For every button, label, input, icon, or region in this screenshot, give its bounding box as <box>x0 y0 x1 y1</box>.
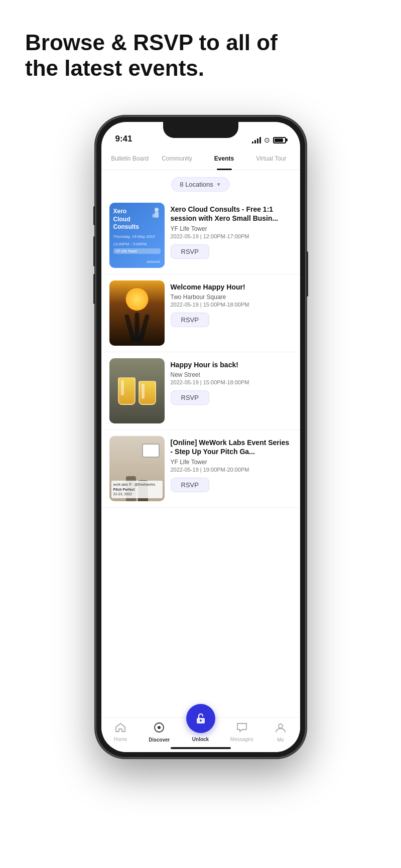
xero-thumb-date: Thursday, 19 May 2022 <box>113 234 161 239</box>
page-header: Browse & RSVP to all of the latest event… <box>0 0 401 101</box>
sun-decoration <box>125 288 148 311</box>
event-thumb-xero: Xero Cloud Consults Thursday, 19 May 202… <box>109 203 165 268</box>
bottle-right-icon <box>138 314 150 342</box>
me-icon <box>275 722 286 736</box>
home-tab-label: Home <box>114 737 127 742</box>
beer-glasses-icon <box>118 377 156 405</box>
event-thumb-wework: work.labs ® · @freshworks Pitch Perfect … <box>109 436 165 501</box>
event-title-happy-hour-back: Happy Hour is back! <box>171 360 292 369</box>
svg-point-5 <box>279 724 283 728</box>
xero-thumb-brand: wework <box>147 259 160 264</box>
xero-thumb-time: 12:00PM - 5:00PM <box>113 242 161 246</box>
svg-rect-2 <box>153 214 155 218</box>
discover-icon <box>154 722 165 736</box>
tab-events[interactable]: Events <box>201 147 248 170</box>
event-location-happy-hour: Two Harbour Square <box>171 294 292 301</box>
wework-overlay-line1: work.labs ® · @freshworks <box>113 482 161 487</box>
status-time: 9:41 <box>115 134 132 144</box>
tab-bulletin-board[interactable]: Bulletin Board <box>106 147 154 170</box>
volume-up-button <box>93 236 95 266</box>
svg-point-7 <box>200 719 202 721</box>
event-thumb-beer <box>109 280 165 346</box>
xero-thumb-location: YF Life Tower <box>113 248 161 254</box>
event-info-happy-hour-back: Happy Hour is back! New Street 2022-05-1… <box>171 358 292 423</box>
event-card-xero: Xero Cloud Consults Thursday, 19 May 202… <box>101 197 300 274</box>
home-icon <box>115 722 126 735</box>
unlock-fab-button[interactable]: Unlock <box>186 704 215 733</box>
event-title-xero: Xero Cloud Consults - Free 1:1 session w… <box>171 205 292 223</box>
volume-down-button <box>93 274 95 304</box>
unlock-icon <box>195 712 207 725</box>
location-filter-area: 8 Locations ▼ <box>101 170 300 197</box>
event-card-happy-hour-back: Happy Hour is back! New Street 2022-05-1… <box>101 352 300 430</box>
whiteboard-icon <box>142 444 160 458</box>
phone-shell: 9:41 ⊙ Bulletin Board <box>95 116 306 758</box>
discover-tab-label: Discover <box>149 737 170 743</box>
event-thumb-glass <box>109 358 165 423</box>
me-tab-label: Me <box>277 737 284 743</box>
events-list[interactable]: 8 Locations ▼ Xero Cloud Consults <box>101 170 300 717</box>
svg-point-0 <box>155 208 159 212</box>
home-indicator <box>171 747 231 749</box>
rsvp-button-wework-labs[interactable]: RSVP <box>171 478 209 492</box>
svg-point-4 <box>158 726 161 729</box>
bottom-tab-me[interactable]: Me <box>266 722 294 743</box>
rsvp-button-happy-hour[interactable]: RSVP <box>171 313 209 327</box>
event-card-wework-labs: work.labs ® · @freshworks Pitch Perfect … <box>101 430 300 508</box>
bottom-tab-home[interactable]: Home <box>107 722 135 742</box>
messages-tab-label: Messages <box>230 737 253 742</box>
event-info-xero: Xero Cloud Consults - Free 1:1 session w… <box>171 203 292 268</box>
event-datetime-happy-hour: 2022-05-19 | 15:00PM-18:00PM <box>171 302 292 308</box>
event-location-xero: YF Life Tower <box>171 225 292 232</box>
bottle-center-icon <box>135 313 139 342</box>
signal-icon <box>252 136 261 143</box>
bottom-tab-messages[interactable]: Messages <box>228 722 255 742</box>
event-info-happy-hour: Welcome Happy Hour! Two Harbour Square 2… <box>171 280 292 346</box>
event-card-happy-hour: Welcome Happy Hour! Two Harbour Square 2… <box>101 274 300 352</box>
status-icons: ⊙ <box>252 136 286 144</box>
battery-icon <box>273 137 286 143</box>
event-location-happy-hour-back: New Street <box>171 371 292 378</box>
event-title-wework-labs: [Online] WeWork Labs Event Series - Step… <box>171 438 292 456</box>
event-datetime-happy-hour-back: 2022-05-19 | 15:00PM-18:00PM <box>171 379 292 385</box>
mute-button <box>93 206 95 225</box>
tab-community[interactable]: Community <box>154 147 201 170</box>
beer-glass-right <box>139 381 156 405</box>
wework-overlay-line3: 22-23, 2022 <box>113 492 161 497</box>
event-datetime-xero: 2022-05-19 | 12:00PM-17:00PM <box>171 233 292 239</box>
phone-screen: 9:41 ⊙ Bulletin Board <box>101 122 300 752</box>
event-title-happy-hour: Welcome Happy Hour! <box>171 282 292 292</box>
phone-mockup: 9:41 ⊙ Bulletin Board <box>95 116 306 758</box>
rsvp-button-xero[interactable]: RSVP <box>171 244 209 259</box>
messages-icon <box>236 722 247 735</box>
beer-glass-left <box>118 377 136 405</box>
navigation-tabs: Bulletin Board Community Events Virtual … <box>101 147 300 170</box>
tab-virtual-tour[interactable]: Virtual Tour <box>248 147 295 170</box>
wifi-icon: ⊙ <box>264 136 270 144</box>
event-datetime-wework-labs: 2022-05-19 | 19:00PM-20:00PM <box>171 467 292 473</box>
bottle-left-icon <box>124 314 136 342</box>
power-button <box>306 251 308 297</box>
event-info-wework-labs: [Online] WeWork Labs Event Series - Step… <box>171 436 292 501</box>
xero-figure-icon <box>148 207 162 221</box>
unlock-fab-label: Unlock <box>192 737 209 742</box>
rsvp-button-happy-hour-back[interactable]: RSVP <box>171 390 209 405</box>
page-title: Browse & RSVP to all of the latest event… <box>25 30 376 81</box>
phone-notch <box>163 122 238 138</box>
svg-rect-1 <box>155 212 159 218</box>
bottom-tab-discover[interactable]: Discover <box>146 722 173 743</box>
chevron-down-icon: ▼ <box>216 182 221 187</box>
location-filter-pill[interactable]: 8 Locations ▼ <box>171 177 229 192</box>
event-location-wework-labs: YF Life Tower <box>171 459 292 466</box>
wework-overlay-line2: Pitch Perfect <box>113 487 161 492</box>
